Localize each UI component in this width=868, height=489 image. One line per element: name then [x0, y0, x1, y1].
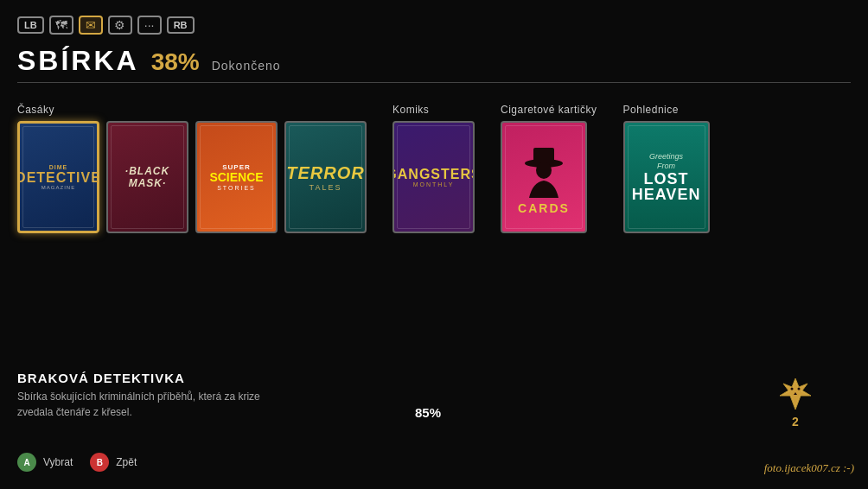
nav-envelope-icon[interactable]: ✉: [79, 16, 103, 35]
komiks-cards-row: GANGSTERS MONTHLY: [393, 121, 475, 233]
category-casaky: Časáky DIME DETECTIVE MAGAZINE ·BlackMas…: [17, 104, 367, 233]
ctrl-pair-select: A Vybrat: [17, 453, 73, 472]
detective-title: DETECTIVE: [17, 170, 99, 186]
cards-word: CARDS: [518, 201, 570, 215]
card-cigarette-cards[interactable]: CARDS: [501, 121, 587, 233]
magazine-sub: MAGAZINE: [41, 185, 75, 190]
casaky-cards-row: DIME DETECTIVE MAGAZINE ·BlackMask· SUPE…: [17, 121, 367, 233]
stories-label: STORIES: [217, 185, 256, 191]
item-title: BRAKOVÁ DETEKTIVKA: [17, 371, 277, 385]
ctrl-pair-back: B Zpět: [90, 453, 137, 472]
back-label: Zpět: [116, 456, 137, 468]
completion-label: Dokončeno: [212, 59, 281, 73]
nav-gear-icon[interactable]: ⚙: [108, 16, 132, 35]
item-completion-percent: 85%: [415, 405, 441, 420]
svg-rect-1: [533, 148, 554, 163]
svg-point-6: [798, 388, 801, 391]
category-komiks-label: Komiks: [393, 104, 475, 116]
watermark: foto.ijacek007.cz :-): [764, 461, 854, 475]
greetings-text: GreetingsFrom: [649, 152, 683, 171]
dime-label: DIME: [49, 164, 68, 170]
b-button[interactable]: B: [90, 453, 109, 472]
karticky-cards-row: CARDS: [501, 121, 597, 233]
card-dime-detective[interactable]: DIME DETECTIVE MAGAZINE: [17, 121, 99, 233]
category-cigaretove-karticky: Cigaretové kartičky: [501, 104, 597, 233]
heaven-title: HEAVEN: [632, 187, 701, 202]
gangsters-title: GANGSTERS: [393, 167, 475, 182]
title-area: SBÍRKA 38% Dokončeno: [17, 45, 851, 83]
monthly-label: MONTHLY: [413, 181, 455, 187]
bottom-controls: A Vybrat B Zpět: [17, 453, 137, 472]
completion-percent: 38%: [151, 48, 200, 76]
title-divider: [17, 82, 851, 83]
select-label: Vybrat: [43, 456, 73, 468]
category-pohlednice-label: Pohlednice: [623, 104, 710, 116]
nav-lb-button[interactable]: LB: [17, 16, 44, 34]
svg-point-5: [791, 388, 794, 391]
card-terror-tales[interactable]: TERROR TALES: [284, 121, 367, 233]
emblem-icon-svg: [775, 377, 816, 411]
category-pohlednice: Pohlednice GreetingsFrom LOST HEAVEN: [623, 104, 710, 233]
tales-label: TALES: [310, 183, 342, 192]
card-gangsters[interactable]: GANGSTERS MONTHLY: [393, 121, 475, 233]
nav-map-icon[interactable]: 🗺: [49, 16, 73, 35]
category-casaky-label: Časáky: [17, 104, 367, 116]
category-komiks: Komiks GANGSTERS MONTHLY: [393, 104, 475, 233]
a-button[interactable]: A: [17, 453, 36, 472]
emblem-count: 2: [792, 415, 799, 429]
gold-emblem: 2: [775, 377, 816, 429]
nav-dots-icon[interactable]: ···: [137, 16, 162, 35]
cards-silhouette-svg: [520, 139, 568, 198]
page-title: SBÍRKA: [17, 45, 139, 77]
top-navigation: LB 🗺 ✉ ⚙ ··· RB: [17, 16, 195, 35]
svg-point-2: [536, 162, 552, 179]
card-lost-heaven[interactable]: GreetingsFrom LOST HEAVEN: [623, 121, 710, 233]
pohlednice-cards-row: GreetingsFrom LOST HEAVEN: [623, 121, 710, 233]
terror-title: TERROR: [286, 163, 364, 183]
item-description: Sbírka šokujících kriminálních příběhů, …: [17, 389, 277, 420]
lost-title: LOST: [644, 171, 689, 187]
categories-area: Časáky DIME DETECTIVE MAGAZINE ·BlackMas…: [17, 104, 851, 233]
science-title: SCIENCE: [209, 171, 263, 184]
category-karticky-label: Cigaretové kartičky: [501, 104, 597, 116]
card-super-science[interactable]: SUPER SCIENCE STORIES: [195, 121, 278, 233]
selected-item-info: BRAKOVÁ DETEKTIVKA Sbírka šokujících kri…: [17, 371, 277, 420]
card-black-mask[interactable]: ·BlackMask·: [106, 121, 188, 233]
black-mask-title: ·BlackMask·: [125, 165, 169, 190]
nav-rb-button[interactable]: RB: [167, 16, 195, 34]
